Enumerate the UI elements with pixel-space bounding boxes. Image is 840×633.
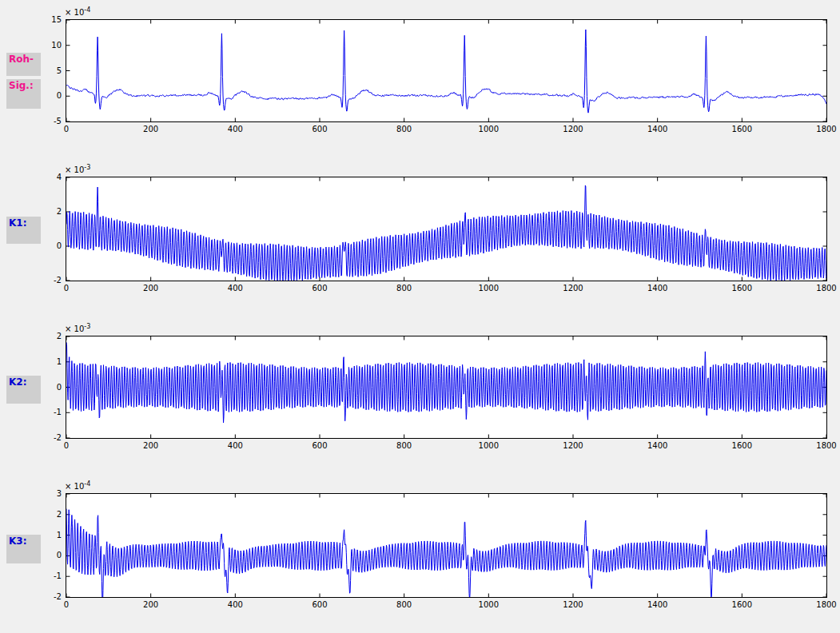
y-tick-label: 1 <box>33 531 62 539</box>
label-k3-text: K3: <box>9 535 26 547</box>
signal-line-k2 <box>66 342 826 423</box>
x-tick-label: 1000 <box>472 125 504 133</box>
y-tick-label: 1 <box>33 357 62 366</box>
y-tick-label: 3 <box>33 489 62 498</box>
x-tick-label: 1800 <box>810 284 840 293</box>
x-tick-label: 200 <box>135 125 167 133</box>
x-tick-label: 800 <box>388 600 420 609</box>
x-tick-label: 1800 <box>810 125 840 133</box>
y-tick-label: 5 <box>33 66 62 75</box>
plot-k3 <box>66 493 827 598</box>
y-tick-label: 0 <box>33 383 62 392</box>
plot-svg-roh-sig <box>66 20 826 121</box>
x-tick-label: 1000 <box>472 600 504 609</box>
x-tick-label: 600 <box>304 284 336 293</box>
y-tick-label: 2 <box>33 332 62 340</box>
x-tick-label: 0 <box>50 284 82 293</box>
x-tick-label: 1400 <box>642 600 674 609</box>
x-tick-label: 0 <box>50 125 82 133</box>
tick-marks <box>66 20 826 121</box>
axis-exponent-label: × 10-4 <box>65 6 90 17</box>
label-k2-text: K2: <box>9 376 26 388</box>
signal-line-k3 <box>66 509 826 597</box>
label-k1: K1: <box>6 217 41 244</box>
x-tick-label: 600 <box>304 125 336 133</box>
signal-line-k1 <box>66 185 826 281</box>
x-tick-label: 1400 <box>642 441 674 450</box>
x-tick-label: 1400 <box>642 284 674 293</box>
plot-svg-k2 <box>66 336 826 438</box>
y-tick-label: -1 <box>33 571 62 580</box>
x-tick-label: 1000 <box>472 441 504 450</box>
y-tick-label: 0 <box>33 551 62 559</box>
x-tick-label: 600 <box>304 441 336 450</box>
plot-k1 <box>66 177 827 281</box>
x-tick-label: 1200 <box>557 125 589 133</box>
plot-k2 <box>66 336 827 439</box>
y-tick-label: 0 <box>33 241 62 250</box>
plot-roh-sig <box>66 19 827 122</box>
x-tick-label: 0 <box>50 600 82 609</box>
x-tick-label: 1600 <box>726 441 758 450</box>
x-tick-label: 200 <box>135 441 167 450</box>
x-tick-label: 200 <box>135 600 167 609</box>
label-sig-text: Sig.: <box>9 80 34 91</box>
x-tick-label: 400 <box>219 284 251 293</box>
axis-exponent-label: × 10-4 <box>65 480 90 491</box>
y-tick-label: 2 <box>33 510 62 519</box>
x-tick-label: 0 <box>50 441 82 450</box>
x-tick-label: 600 <box>304 600 336 609</box>
x-tick-label: 1000 <box>472 284 504 293</box>
figure-canvas: { "labels": { "roh": {"text": "Roh-", "c… <box>0 0 840 633</box>
x-tick-label: 400 <box>219 125 251 133</box>
x-tick-label: 1200 <box>557 441 589 450</box>
x-tick-label: 1800 <box>810 441 840 450</box>
y-tick-label: 0 <box>33 91 62 100</box>
label-roh-text: Roh- <box>9 54 34 65</box>
x-tick-label: 1600 <box>726 125 758 133</box>
axis-exponent-label: × 10-3 <box>65 164 90 174</box>
x-tick-label: 1800 <box>810 600 840 609</box>
x-tick-label: 800 <box>388 284 420 293</box>
x-tick-label: 1200 <box>557 284 589 293</box>
x-tick-label: 1400 <box>642 125 674 133</box>
x-tick-label: 1200 <box>557 600 589 609</box>
y-tick-label: 15 <box>33 15 62 24</box>
x-tick-label: 200 <box>135 284 167 293</box>
plot-svg-k3 <box>66 494 826 597</box>
x-tick-label: 800 <box>388 441 420 450</box>
signal-line-roh-sig <box>66 30 826 113</box>
axis-exponent-label: × 10-3 <box>65 323 90 333</box>
plot-svg-k1 <box>66 177 826 281</box>
x-tick-label: 800 <box>388 125 420 133</box>
y-tick-label: 10 <box>33 41 62 50</box>
y-tick-label: 4 <box>33 173 62 181</box>
x-tick-label: 400 <box>219 441 251 450</box>
x-tick-label: 1600 <box>726 600 758 609</box>
x-tick-label: 400 <box>219 600 251 609</box>
y-tick-label: -1 <box>33 408 62 416</box>
y-tick-label: 2 <box>33 207 62 216</box>
x-tick-label: 1600 <box>726 284 758 293</box>
label-k1-text: K1: <box>9 217 26 229</box>
